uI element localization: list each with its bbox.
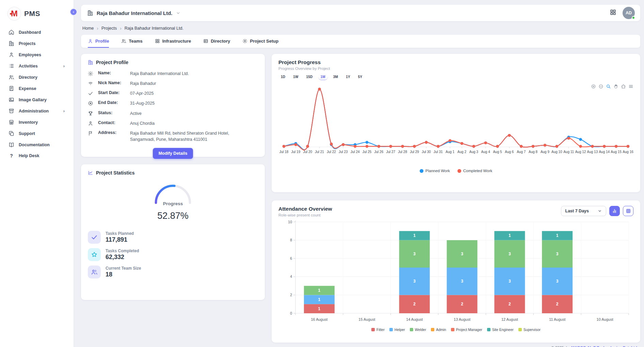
sidebar-item-employees[interactable]: Employees (0, 49, 74, 60)
data-point (377, 145, 380, 148)
table-view-button[interactable] (623, 206, 633, 216)
legend-item[interactable]: Helper (389, 328, 405, 332)
sidebar-item-expense[interactable]: Expense (0, 83, 74, 94)
sidebar-item-label: Support (19, 131, 35, 136)
zoom-in-icon[interactable] (591, 84, 596, 89)
legend-swatch (389, 328, 393, 331)
breadcrumb-projects[interactable]: Projects (101, 26, 117, 31)
profile-fields: Name: Raja Bahadur International Ltd. Ni… (88, 71, 258, 142)
check-icon (88, 91, 93, 96)
sidebar-item-label: Directory (19, 75, 37, 80)
attendance-bar-chart[interactable]: 024681011116 August15 August233114 Augus… (278, 217, 633, 326)
tab-profile[interactable]: Profile (88, 35, 109, 48)
x-axis-label: Jul 27 (386, 150, 395, 154)
legend-item[interactable]: Supervisor (518, 328, 541, 332)
chevron-right-icon: › (63, 63, 69, 69)
period-select[interactable]: Last 7 Days (561, 206, 606, 216)
bar-value-label: 2 (413, 302, 416, 306)
question-icon: ? (9, 153, 14, 159)
check-icon (91, 234, 98, 241)
sidebar-item-image-gallery[interactable]: Image Gallary (0, 94, 74, 105)
tab-project-setup[interactable]: Project Setup (242, 35, 278, 48)
chevron-right-icon: › (63, 108, 69, 114)
star-icon (91, 251, 98, 258)
data-point (294, 143, 297, 146)
person-icon (9, 52, 14, 58)
y-axis-label: 2 (290, 293, 292, 297)
apps-grid-button[interactable] (610, 9, 616, 17)
legend-item[interactable]: Welder (410, 328, 426, 332)
tab-teams[interactable]: Teams (121, 35, 142, 48)
bar-value-label: 1 (556, 233, 559, 238)
legend-item[interactable]: Project Manager (451, 328, 482, 332)
sidebar-item-projects[interactable]: Projects (0, 38, 74, 49)
x-axis-label: 14 August (406, 317, 423, 321)
legend-item[interactable]: Site Engineer (487, 328, 514, 332)
home-reset-icon[interactable] (621, 84, 626, 89)
tab-infrastructure[interactable]: Infrastructure (155, 35, 191, 48)
series-line (284, 89, 628, 150)
range-button-1m[interactable]: 1M (318, 74, 328, 80)
tab-label: Infrastructure (162, 39, 191, 44)
y-axis-label: 4 (290, 274, 292, 278)
sidebar-item-dashboard[interactable]: Dashboard (0, 27, 74, 38)
person-icon (88, 39, 93, 44)
legend-swatch (410, 328, 413, 331)
breadcrumb-home[interactable]: Home (82, 26, 94, 31)
building-icon (9, 41, 14, 46)
company-link[interactable]: MARCO AIoT Technologies Pvt. Ltd. (571, 346, 638, 347)
bar-value-label: 1 (318, 297, 321, 302)
x-axis-label: Aug 2 (457, 150, 467, 154)
range-button-5y[interactable]: 5Y (356, 74, 365, 80)
legend-item[interactable]: Admin (431, 328, 446, 332)
progress-chart-subtitle: Progress Overview by Project (278, 66, 633, 71)
progress-line-chart[interactable]: Jul 18Jul 19Jul 20Jul 21Jul 22Jul 23Jul … (278, 80, 633, 166)
legend-item[interactable]: Planned Work (420, 169, 450, 173)
range-button-1w[interactable]: 1W (291, 74, 301, 80)
stat-tasks-planned: Tasks Planned 117,891 (88, 231, 258, 244)
attendance-overview-card: Attendance Overview Role-wise present co… (272, 200, 640, 343)
sidebar-item-help-desk[interactable]: ? Help Desk (0, 150, 74, 161)
org-selector[interactable]: Raja Bahadur International Ltd. (87, 10, 180, 16)
data-point (615, 145, 617, 148)
x-axis-label: Jul 26 (374, 150, 384, 154)
sidebar-item-inventory[interactable]: Inventory (0, 117, 74, 128)
data-point (437, 145, 439, 148)
range-button-3m[interactable]: 3M (331, 74, 340, 80)
y-axis-label: 6 (290, 256, 292, 260)
x-axis-label: Aug 15 (611, 150, 622, 154)
modify-details-button[interactable]: Modify Details (153, 148, 193, 159)
range-button-1d[interactable]: 1D (278, 74, 288, 80)
x-axis-label: Aug 4 (481, 150, 490, 154)
sidebar-item-directory[interactable]: Directory (0, 72, 74, 83)
zoom-out-icon[interactable] (598, 84, 603, 89)
wifi-icon (88, 81, 93, 86)
x-axis-label: 16 August (311, 317, 327, 321)
people-icon (9, 74, 14, 80)
zoom-select-icon[interactable] (606, 84, 611, 89)
sidebar-item-label: Activities (19, 64, 59, 69)
menu-icon[interactable] (628, 84, 633, 89)
sidebar-item-label: Dashboard (19, 30, 41, 35)
x-axis-label: Aug 13 (587, 150, 598, 154)
x-axis-label: Aug 1 (446, 150, 455, 154)
sidebar-item-documentation[interactable]: Documentation (0, 139, 74, 150)
data-point (318, 88, 321, 90)
range-button-15d[interactable]: 15D (304, 74, 315, 80)
sidebar-item-support[interactable]: Support (0, 128, 74, 139)
pan-hand-icon[interactable] (613, 84, 618, 89)
range-button-1y[interactable]: 1Y (343, 74, 353, 80)
org-name: Raja Bahadur International Ltd. (97, 10, 173, 16)
sidebar-item-activities[interactable]: Activities › (0, 60, 74, 72)
tab-label: Profile (95, 39, 109, 44)
tab-directory[interactable]: Directory (203, 35, 230, 48)
x-axis-label: Aug 3 (469, 150, 479, 154)
legend-item[interactable]: Fitter (371, 328, 385, 332)
sidebar-item-administration[interactable]: Administration › (0, 105, 74, 117)
x-axis-label: Jul 28 (398, 150, 407, 154)
user-avatar[interactable]: AD (623, 7, 635, 19)
bar-view-button[interactable] (609, 206, 620, 216)
bar-value-label: 3 (413, 279, 416, 284)
legend-item[interactable]: Completed Work (457, 169, 492, 173)
tab-label: Project Setup (250, 39, 278, 44)
